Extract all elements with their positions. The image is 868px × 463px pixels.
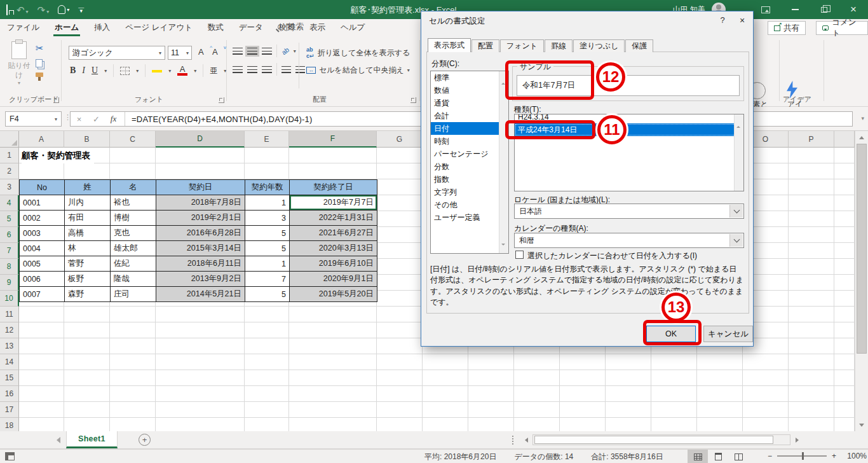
table-cell[interactable]: 有田 — [65, 211, 111, 226]
column-header-A[interactable]: A — [19, 131, 64, 148]
table-header-cell[interactable]: 姓 — [65, 180, 111, 195]
category-item-通貨[interactable]: 通貨 — [431, 97, 508, 109]
copy-icon[interactable] — [36, 59, 43, 67]
expand-formula-bar-icon[interactable]: ▾ — [861, 115, 864, 121]
dialog-tab-罫線[interactable]: 罫線 — [545, 39, 573, 52]
calendar-input-checkbox[interactable] — [515, 251, 524, 259]
scroll-right-icon[interactable] — [792, 435, 802, 445]
decrease-font-icon[interactable]: Av — [212, 47, 222, 57]
table-cell[interactable]: 2020年9月1日 — [290, 272, 377, 287]
table-cell[interactable]: 0002 — [20, 211, 65, 226]
normal-view-icon[interactable] — [688, 450, 708, 463]
fill-color-icon[interactable] — [152, 69, 162, 73]
row-header-1[interactable]: 1 — [0, 148, 19, 163]
underline-button[interactable]: U — [92, 66, 98, 76]
cancel-entry-icon[interactable]: × — [71, 114, 88, 124]
table-cell[interactable]: 菅野 — [65, 256, 111, 272]
increase-font-icon[interactable]: A^ — [198, 47, 208, 57]
zoom-slider[interactable] — [777, 455, 827, 457]
font-name-select[interactable]: 游ゴシック▾ — [69, 46, 165, 60]
share-button[interactable]: 共有 — [768, 21, 806, 35]
decrease-indent-icon[interactable] — [281, 66, 291, 73]
table-cell[interactable]: 0006 — [20, 272, 65, 287]
align-middle-icon[interactable] — [247, 48, 257, 55]
ribbon-tab-データ[interactable]: データ — [237, 19, 265, 36]
category-item-指数[interactable]: 指数 — [431, 173, 508, 186]
align-top-icon[interactable] — [233, 48, 243, 55]
name-box[interactable]: F4▾ — [5, 111, 62, 127]
category-item-数値[interactable]: 数値 — [431, 84, 508, 97]
cell-a1-title[interactable]: 顧客・契約管理表 — [22, 148, 94, 163]
touch-mode-icon[interactable]: ▾ — [58, 5, 69, 14]
page-layout-view-icon[interactable] — [708, 450, 728, 463]
table-cell[interactable]: 1 — [245, 195, 290, 211]
locale-dropdown-icon[interactable] — [729, 205, 743, 218]
table-cell[interactable]: 0007 — [20, 287, 65, 302]
row-header-18[interactable]: 18 — [0, 418, 19, 431]
scrollbar-grip[interactable] — [512, 436, 514, 445]
horizontal-scroll-thumb[interactable] — [534, 436, 773, 444]
table-cell[interactable]: 隆哉 — [111, 272, 156, 287]
row-header-3[interactable]: 3 — [0, 179, 19, 195]
category-item-日付[interactable]: 日付 — [431, 122, 508, 135]
column-header-E[interactable]: E — [245, 131, 289, 148]
table-cell[interactable]: 2018年6月11日 — [156, 256, 245, 272]
table-cell[interactable]: 林 — [65, 241, 111, 256]
italic-button[interactable]: I — [82, 66, 85, 76]
row-header-5[interactable]: 5 — [0, 211, 19, 227]
zoom-out-icon[interactable]: − — [768, 452, 772, 460]
category-item-文字列[interactable]: 文字列 — [431, 186, 508, 198]
font-size-select[interactable]: 11▾ — [168, 46, 192, 60]
restore-button[interactable] — [810, 0, 839, 19]
cut-icon[interactable]: ✂ — [36, 43, 44, 54]
category-item-分数[interactable]: 分数 — [431, 160, 508, 173]
row-header-11[interactable]: 11 — [0, 307, 19, 322]
scroll-left-icon[interactable] — [521, 435, 531, 445]
clipboard-dialog-launcher-icon[interactable] — [53, 97, 59, 103]
table-cell[interactable]: 川内 — [65, 195, 111, 211]
row-header-15[interactable]: 15 — [0, 370, 19, 386]
dialog-tab-表示形式[interactable]: 表示形式 — [428, 38, 471, 52]
table-cell[interactable]: 2019年6月10日 — [290, 256, 377, 272]
table-cell[interactable]: 5 — [245, 287, 290, 302]
dialog-tab-フォント[interactable]: フォント — [500, 39, 544, 52]
insert-function-icon[interactable]: fx — [105, 114, 122, 124]
calendar-dropdown-icon[interactable] — [729, 234, 743, 247]
table-cell[interactable]: 雄太郎 — [111, 241, 156, 256]
phonetic-guide-icon[interactable]: 亜 — [210, 66, 217, 76]
data-table[interactable]: No姓名契約日契約年数契約終了日0001川内裕也2018年7月8日12019年7… — [19, 179, 377, 302]
bold-button[interactable]: B — [70, 66, 76, 76]
row-header-6[interactable]: 6 — [0, 227, 19, 243]
table-cell[interactable]: 1 — [245, 256, 290, 272]
table-cell[interactable]: 2015年3月14日 — [156, 241, 245, 256]
category-item-時刻[interactable]: 時刻 — [431, 135, 508, 148]
dialog-tab-配置[interactable]: 配置 — [471, 39, 499, 52]
scroll-up-icon[interactable] — [857, 132, 866, 142]
scroll-down-icon[interactable] — [857, 420, 866, 430]
align-right-icon[interactable] — [262, 66, 272, 73]
close-button[interactable]: × — [839, 0, 868, 19]
minimize-button[interactable] — [780, 0, 810, 19]
font-dialog-launcher-icon[interactable] — [219, 97, 224, 103]
ribbon-tab-ヘルプ[interactable]: ヘルプ — [339, 19, 367, 36]
table-cell[interactable]: 克也 — [111, 226, 156, 241]
macro-record-icon[interactable] — [5, 452, 15, 460]
increase-indent-icon[interactable] — [295, 66, 305, 73]
category-item-標準[interactable]: 標準 — [431, 71, 508, 84]
locale-select[interactable]: 日本語 — [514, 204, 744, 219]
undo-icon[interactable]: ↶▾ — [17, 5, 29, 15]
table-cell[interactable]: 高橋 — [65, 226, 111, 241]
align-center-icon[interactable] — [247, 66, 257, 73]
save-icon[interactable] — [6, 5, 8, 15]
table-header-cell[interactable]: 契約終了日 — [290, 180, 377, 195]
ribbon-display-options-icon[interactable] — [751, 0, 780, 19]
sheet-tab-sheet1[interactable]: Sheet1 — [66, 431, 118, 448]
table-cell[interactable]: 2019年5月20日 — [290, 287, 377, 302]
new-sheet-icon[interactable]: + — [139, 434, 151, 446]
table-cell[interactable]: 0004 — [20, 241, 65, 256]
row-header-10[interactable]: 10 — [0, 291, 19, 307]
font-color-icon[interactable]: A — [177, 66, 187, 76]
table-header-cell[interactable]: 契約年数 — [245, 180, 290, 195]
ribbon-tab-数式[interactable]: 数式 — [206, 19, 226, 36]
table-cell[interactable]: 2018年7月8日 — [156, 195, 245, 211]
